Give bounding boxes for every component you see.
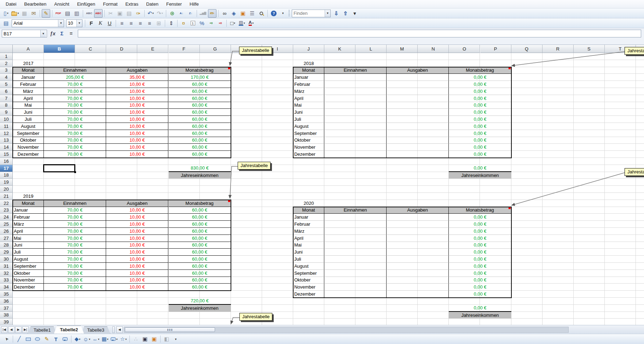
table-2017-month-april[interactable]: April	[13, 95, 44, 102]
table-2018-month-august[interactable]: August	[293, 123, 324, 130]
formula-input-line[interactable]	[78, 30, 641, 37]
findbar-overflow-icon[interactable]: ▾	[350, 9, 359, 18]
table-2017-monatsbetrag-value[interactable]: 60,00 €	[169, 109, 231, 116]
column-header-O[interactable]: O	[449, 45, 480, 53]
row-header-25[interactable]: 25	[0, 221, 13, 228]
row-header-21[interactable]: 21	[0, 193, 13, 200]
table-2019-ausgaben-value[interactable]: 10,00 €	[106, 284, 168, 291]
callouts-icon-dropdown[interactable]: ▾	[116, 338, 117, 341]
font-size-combo[interactable]: ▼	[66, 19, 82, 27]
row-header-8[interactable]: 8	[0, 102, 13, 109]
table-2020-monatsbetrag-value[interactable]: 0,00 €	[449, 214, 511, 221]
tab-scrollbar-splitter[interactable]	[112, 326, 115, 333]
table-2018-monatsbetrag-value[interactable]: 0,00 €	[449, 144, 511, 151]
table-2020-ausgaben-value[interactable]	[387, 221, 449, 228]
table-2017-einnahmen-value[interactable]: 70,00 €	[44, 81, 106, 88]
symbol-shapes-icon-dropdown[interactable]: ▾	[89, 338, 90, 341]
first-sheet-icon[interactable]: |◀	[1, 326, 7, 333]
table-2019-monatsbetrag-value[interactable]: 60,00 €	[169, 284, 231, 291]
email-icon[interactable]: ✉	[29, 9, 38, 18]
format-paintbrush-icon[interactable]: ✑	[134, 9, 143, 18]
table-2019-header-monatsbetrag[interactable]: Monatsbetrag	[169, 200, 231, 207]
table-2020-ausgaben-value[interactable]	[387, 249, 449, 256]
line-spacing-icon[interactable]: ⇕	[167, 19, 175, 28]
table-2017-monatsbetrag-value[interactable]: 60,00 €	[169, 151, 231, 158]
table-2017-header-einnahmen[interactable]: Einnahmen	[44, 67, 106, 74]
draw-functions-icon[interactable]: ✏	[208, 9, 216, 18]
year-label-2020[interactable]: 2020	[293, 200, 324, 207]
table-2017-ausgaben-value[interactable]: 10,00 €	[106, 88, 168, 95]
delete-decimal-icon[interactable]: ×0	[216, 19, 225, 28]
table-2017-month-juni[interactable]: Juni	[13, 109, 44, 116]
table-2018-einnahmen-value[interactable]	[324, 130, 387, 137]
table-2020-month-dezember[interactable]: Dezember	[293, 291, 324, 298]
row-header-30[interactable]: 30	[0, 256, 13, 263]
row-header-17[interactable]: 17	[0, 165, 13, 172]
table-2020-einnahmen-value[interactable]	[324, 235, 387, 242]
table-2018-month-mai[interactable]: Mai	[293, 102, 324, 109]
table-2020-einnahmen-value[interactable]	[324, 242, 387, 249]
table-2018-einnahmen-value[interactable]	[324, 81, 387, 88]
table-2018-einnahmen-value[interactable]	[324, 95, 387, 102]
fontwork-icon[interactable]: ▣	[141, 335, 149, 343]
table-2017-einnahmen-value[interactable]: 70,00 €	[44, 95, 106, 102]
table-2019-header-ausgaben[interactable]: Ausgaben	[106, 200, 168, 207]
export-pdf-icon[interactable]: PDF	[54, 9, 63, 18]
table-2020-einnahmen-value[interactable]	[324, 228, 387, 235]
table-2017-einnahmen-value[interactable]: 70,00 €	[44, 88, 106, 95]
freeform-icon[interactable]: ✎	[42, 335, 51, 343]
table-2019-einnahmen-value[interactable]: 70,00 €	[44, 263, 106, 270]
styles-icon[interactable]: ▤	[2, 19, 10, 28]
navigator-icon[interactable]: ◈	[230, 9, 238, 18]
row-header-31[interactable]: 31	[0, 263, 13, 270]
row-header-35[interactable]: 35	[0, 291, 13, 298]
column-header-R[interactable]: R	[543, 45, 574, 53]
table-2018-einnahmen-value[interactable]	[324, 144, 387, 151]
column-header-D[interactable]: D	[106, 45, 137, 53]
row-header-22[interactable]: 22	[0, 200, 13, 207]
table-2017-ausgaben-value[interactable]: 10,00 €	[106, 109, 168, 116]
column-header-A[interactable]: A	[13, 45, 44, 53]
table-2020-total-value[interactable]: 0,00 €	[449, 305, 511, 312]
table-2017-einnahmen-value[interactable]: 70,00 €	[44, 130, 106, 137]
column-header-J[interactable]: J	[293, 45, 324, 53]
align-center-icon[interactable]: ≡	[127, 19, 135, 28]
drawbar-overflow-icon[interactable]: ▾	[172, 335, 180, 343]
row-header-3[interactable]: 3	[0, 67, 13, 74]
add-decimal-icon[interactable]: +0	[207, 19, 215, 28]
table-2018-ausgaben-value[interactable]	[387, 102, 449, 109]
column-header-G[interactable]: G	[200, 45, 231, 53]
year-label-2018[interactable]: 2018	[293, 60, 324, 67]
table-2019-month-februar[interactable]: Februar	[13, 214, 44, 221]
table-2019-month-oktober[interactable]: Oktober	[13, 270, 44, 277]
column-header-N[interactable]: N	[418, 45, 449, 53]
table-2018-ausgaben-value[interactable]	[387, 88, 449, 95]
table-2020-header-monat[interactable]: Monat	[293, 207, 324, 214]
table-2019-month-august[interactable]: August	[13, 256, 44, 263]
table-2017-ausgaben-value[interactable]: 10,00 €	[106, 137, 168, 144]
find-dropdown-icon[interactable]: ▼	[325, 10, 330, 17]
table-2020-monatsbetrag-value[interactable]: 0,00 €	[449, 249, 511, 256]
table-2018-einnahmen-value[interactable]	[324, 74, 387, 81]
row-header-29[interactable]: 29	[0, 249, 13, 256]
table-2020-month-september[interactable]: September	[293, 270, 324, 277]
row-header-33[interactable]: 33	[0, 277, 13, 284]
column-header-S[interactable]: S	[574, 45, 605, 53]
table-2019-einnahmen-value[interactable]: 70,00 €	[44, 277, 106, 284]
table-2019-monatsbetrag-value[interactable]: 60,00 €	[169, 256, 231, 263]
table-2017-ausgaben-value[interactable]: 10,00 €	[106, 116, 168, 123]
zoom-icon[interactable]	[257, 9, 266, 18]
table-2017-ausgaben-value[interactable]: 10,00 €	[106, 95, 168, 102]
table-2019-einnahmen-value[interactable]: 70,00 €	[44, 284, 106, 291]
table-2017-ausgaben-value[interactable]: 35,00 €	[106, 74, 168, 81]
table-2019-total-value[interactable]: 720,00 €	[169, 298, 231, 305]
table-2020-einnahmen-value[interactable]	[324, 249, 387, 256]
basic-shapes-icon-dropdown[interactable]: ▾	[79, 338, 80, 341]
table-2020-monatsbetrag-value[interactable]: 0,00 €	[449, 291, 511, 298]
table-2018-total-label[interactable]: Jahreseinkommen	[449, 172, 511, 179]
spellcheck-icon[interactable]: ABC	[85, 9, 93, 18]
table-2018-monatsbetrag-value[interactable]: 0,00 €	[449, 123, 511, 130]
column-header-B[interactable]: B	[44, 45, 75, 53]
menu-item-einfügen[interactable]: Einfügen	[74, 0, 99, 8]
menu-item-extras[interactable]: Extras	[122, 0, 142, 8]
